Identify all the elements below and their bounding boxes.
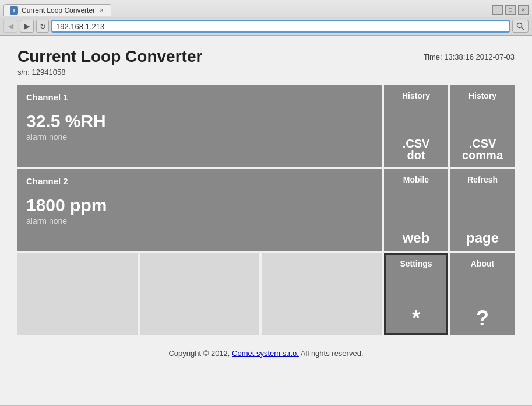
tab-icon: I — [10, 6, 18, 15]
history-csv-dot-button[interactable]: History .CSVdot — [384, 85, 448, 167]
browser-content: Current Loop Converter s/n: 12941058 Tim… — [0, 36, 532, 405]
channel-2-cell: Channel 2 1800 ppm alarm none — [17, 169, 382, 251]
title-bar: I Current Loop Converter × ─ □ ✕ — [0, 0, 532, 18]
footer-text-before: Copyright © 2012, — [168, 349, 232, 358]
channel-1-alarm: alarm none — [26, 132, 373, 142]
svg-point-0 — [517, 23, 522, 28]
channel-2-value: 1800 ppm — [26, 197, 373, 214]
tab-area: I Current Loop Converter × — [3, 4, 111, 16]
browser-tab[interactable]: I Current Loop Converter × — [3, 4, 111, 16]
history-dot-value: .CSVdot — [403, 138, 430, 161]
channel-1-value: 32.5 %RH — [26, 113, 373, 130]
main-grid: Channel 1 32.5 %RH alarm none History .C… — [17, 85, 515, 335]
refresh-label: Refresh — [467, 175, 498, 185]
mobile-web-button[interactable]: Mobile web — [384, 169, 448, 251]
empty-cell-3 — [262, 253, 382, 335]
empty-cell-1 — [17, 253, 138, 335]
search-button[interactable] — [512, 20, 529, 33]
minimize-button[interactable]: ─ — [492, 5, 503, 15]
empty-cell-2 — [140, 253, 260, 335]
about-label: About — [471, 259, 494, 269]
history-csv-comma-button[interactable]: History .CSVcomma — [450, 85, 515, 167]
channel-1-cell: Channel 1 32.5 %RH alarm none — [17, 85, 382, 167]
footer-text-after: All rights reserved. — [299, 349, 364, 358]
settings-button[interactable]: Settings * — [384, 253, 448, 335]
settings-value: * — [412, 308, 420, 329]
mobile-value: web — [403, 231, 430, 245]
history-comma-value: .CSVcomma — [462, 138, 503, 161]
back-button[interactable]: ◀ — [3, 20, 17, 33]
browser-refresh-button[interactable]: ↻ — [36, 20, 49, 33]
settings-label: Settings — [400, 259, 432, 269]
window-controls: ─ □ ✕ — [492, 5, 529, 15]
tab-title: Current Loop Converter — [22, 6, 95, 15]
page-time: Time: 13:38:16 2012-07-03 — [424, 48, 515, 61]
page-header: Current Loop Converter s/n: 12941058 Tim… — [17, 48, 515, 76]
page-serial: s/n: 12941058 — [17, 68, 202, 76]
history-dot-label: History — [402, 91, 430, 101]
restore-button[interactable]: □ — [505, 5, 516, 15]
page-title: Current Loop Converter — [17, 48, 202, 66]
window-chrome: I Current Loop Converter × ─ □ ✕ ◀ ▶ ↻ — [0, 0, 532, 36]
svg-line-1 — [522, 27, 524, 30]
title-block: Current Loop Converter s/n: 12941058 — [17, 48, 202, 76]
address-bar: ◀ ▶ ↻ — [0, 18, 532, 36]
history-comma-label: History — [468, 91, 496, 101]
channel-2-alarm: alarm none — [26, 216, 373, 226]
address-input[interactable] — [51, 20, 510, 33]
forward-button[interactable]: ▶ — [20, 20, 34, 33]
page-footer: Copyright © 2012, Comet system s.r.o. Al… — [17, 344, 515, 362]
refresh-value: page — [466, 231, 499, 245]
footer-link[interactable]: Comet system s.r.o. — [232, 349, 299, 358]
close-button[interactable]: ✕ — [518, 5, 529, 15]
channel-1-label: Channel 1 — [26, 92, 373, 102]
mobile-label: Mobile — [403, 175, 429, 185]
tab-close-button[interactable]: × — [98, 6, 105, 15]
refresh-page-button[interactable]: Refresh page — [450, 169, 515, 251]
channel-2-label: Channel 2 — [26, 176, 373, 186]
about-value: ? — [476, 308, 489, 329]
about-button[interactable]: About ? — [450, 253, 515, 335]
